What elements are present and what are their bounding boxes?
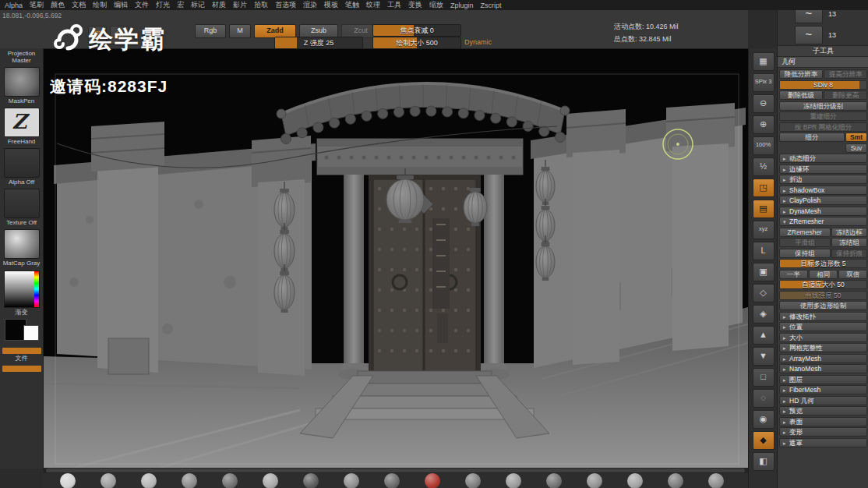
section-header[interactable]: ▸ArrayMesh <box>779 354 867 363</box>
panel-button[interactable]: 按 BPR 网格化细分 <box>779 122 867 132</box>
menu-item-10[interactable]: 材质 <box>212 0 226 10</box>
horizontal-scrollbar[interactable] <box>43 468 748 473</box>
section-header[interactable]: ▸大小 <box>779 333 867 342</box>
matcap-thumbnail[interactable] <box>303 473 319 488</box>
scroll-doc-button[interactable]: ▦ <box>753 52 774 71</box>
stroke-preview-row[interactable]: ~ 13 <box>795 26 836 44</box>
section-header[interactable]: ▸FiberMesh <box>779 385 867 394</box>
menu-item-17[interactable]: 纹理 <box>366 0 380 10</box>
section-header[interactable]: ▸边缘环 <box>779 164 867 174</box>
panel-slider[interactable]: SDiv 8 <box>779 80 867 90</box>
matcap-thumbnail[interactable] <box>708 473 724 488</box>
stroke-thumbnail[interactable]: ~ <box>795 26 823 44</box>
panel-button[interactable]: 细分 <box>779 133 845 142</box>
menu-item-8[interactable]: 宏 <box>177 0 184 10</box>
move-down-button[interactable]: ▼ <box>753 347 774 366</box>
menu-item-22[interactable]: Zscript <box>481 2 502 9</box>
frame-button[interactable]: ◇ <box>753 284 774 302</box>
subtool-section-header[interactable]: 子工具 <box>778 46 868 57</box>
matcap-thumbnail[interactable] <box>101 473 116 488</box>
zoom-in-button[interactable]: ⊕ <box>753 115 774 134</box>
mode-button-m[interactable]: M <box>229 24 251 38</box>
solo-button[interactable]: ◉ <box>753 410 774 429</box>
gizmo-icon[interactable]: ◎ <box>110 26 129 44</box>
panel-button[interactable]: ZRemesher <box>779 228 831 237</box>
section-header[interactable]: ▸表面 <box>779 417 867 426</box>
actual-size-button[interactable]: 100% <box>753 136 774 155</box>
z-intensity-slider[interactable]: Z 强度 25 <box>274 37 363 49</box>
panel-button[interactable]: 删除更高 <box>824 90 867 100</box>
maskpen-tool[interactable] <box>4 67 40 97</box>
local-transform-button[interactable]: L <box>753 242 774 260</box>
panel-slider[interactable]: 曲线强度 50 <box>779 291 867 300</box>
matcap-selector[interactable] <box>4 229 40 259</box>
menu-item-14[interactable]: 渲染 <box>303 0 317 10</box>
panel-button[interactable]: 冻结组 <box>831 238 867 247</box>
panel-button[interactable]: 提高分辨率 <box>824 69 867 79</box>
matcap-thumbnail[interactable] <box>587 473 602 488</box>
panel-slider[interactable]: 自适应大小 50 <box>779 280 867 289</box>
matcap-thumbnail[interactable] <box>222 473 238 488</box>
accent-bar-2[interactable] <box>2 366 41 372</box>
panel-button[interactable]: 保持折痕 <box>831 249 867 258</box>
draw-size-slider[interactable]: 绘制大小 500 <box>372 37 461 49</box>
menu-item-4[interactable]: 绘制 <box>93 0 107 10</box>
section-header[interactable]: ▸变形 <box>779 427 867 437</box>
panel-button[interactable]: 重建细分 <box>779 111 867 121</box>
menu-item-12[interactable]: 拾取 <box>254 0 268 10</box>
menu-item-20[interactable]: 缩放 <box>429 0 443 10</box>
menu-item-21[interactable]: Zplugin <box>450 2 474 9</box>
matcap-thumbnail[interactable] <box>546 473 562 488</box>
section-header[interactable]: ▾ZRemesher <box>779 217 867 226</box>
file-label[interactable]: 文件 <box>16 355 28 362</box>
secondary-color-swatch[interactable] <box>23 325 39 341</box>
panel-button[interactable]: 删除低级 <box>779 90 823 100</box>
panel-button[interactable]: 双倍 <box>838 270 867 279</box>
section-header[interactable]: ▸折边 <box>779 175 867 184</box>
panel-button[interactable]: 使用多边形绘制 <box>779 301 867 310</box>
sculpt-viewport[interactable] <box>43 48 748 468</box>
matcap-thumbnail[interactable] <box>506 473 521 488</box>
menu-item-11[interactable]: 影片 <box>233 0 247 10</box>
matcap-thumbnail[interactable] <box>344 473 359 488</box>
matcap-thumbnail[interactable] <box>668 473 683 488</box>
menu-item-16[interactable]: 笔触 <box>345 0 359 10</box>
section-header[interactable]: ▸NanoMesh <box>779 364 867 373</box>
menu-item-6[interactable]: 文件 <box>135 0 149 10</box>
section-header[interactable]: ▸遮罩 <box>779 438 867 447</box>
dynamic-brush-toggle[interactable]: Dynamic <box>464 38 492 46</box>
matcap-thumbnail[interactable] <box>627 473 643 488</box>
lasso-select-icon[interactable]: ▧ <box>88 26 107 44</box>
menu-item-0[interactable]: Alpha <box>5 2 23 9</box>
freehand-stroke[interactable] <box>4 108 40 137</box>
menu-item-5[interactable]: 编辑 <box>114 0 128 10</box>
section-header[interactable]: ▸HD 几何 <box>779 396 867 405</box>
panel-slider[interactable]: 目标多边形数 5 <box>779 259 867 268</box>
panel-button[interactable]: 冻结边框 <box>831 228 867 237</box>
section-header[interactable]: ▸预览 <box>779 406 867 416</box>
section-header[interactable]: ▸图层 <box>779 375 867 384</box>
axis-xyz-button[interactable]: xyz <box>753 221 774 239</box>
menu-item-1[interactable]: 笔刷 <box>30 0 44 10</box>
panel-button[interactable]: 降低分辨率 <box>779 69 823 79</box>
panel-button[interactable]: 保持组 <box>779 249 831 258</box>
matcap-thumbnail[interactable] <box>60 473 76 488</box>
menu-item-2[interactable]: 颜色 <box>51 0 65 10</box>
panel-button[interactable]: Smt <box>845 133 867 142</box>
matcap-thumbnail[interactable] <box>141 473 157 488</box>
spix-toggle[interactable]: SPix 3 <box>753 73 774 92</box>
panel-button[interactable]: 平滑组 <box>779 238 831 247</box>
menu-item-18[interactable]: 工具 <box>387 0 401 10</box>
color-picker[interactable] <box>4 271 40 308</box>
section-header[interactable]: ▸DynaMesh <box>779 207 867 216</box>
matcap-thumbnail[interactable] <box>465 473 481 488</box>
menu-item-13[interactable]: 首选项 <box>275 0 296 10</box>
xpose-button[interactable]: ◧ <box>753 452 774 471</box>
hue-strip[interactable] <box>34 271 39 307</box>
section-header[interactable]: ▸ClayPolish <box>779 196 867 205</box>
menu-item-15[interactable]: 模板 <box>324 0 338 10</box>
section-header[interactable]: ▸位置 <box>779 322 867 331</box>
aa-half-button[interactable]: ½ <box>753 157 774 176</box>
menu-item-9[interactable]: 标记 <box>191 0 205 10</box>
menu-item-19[interactable]: 变换 <box>408 0 422 10</box>
